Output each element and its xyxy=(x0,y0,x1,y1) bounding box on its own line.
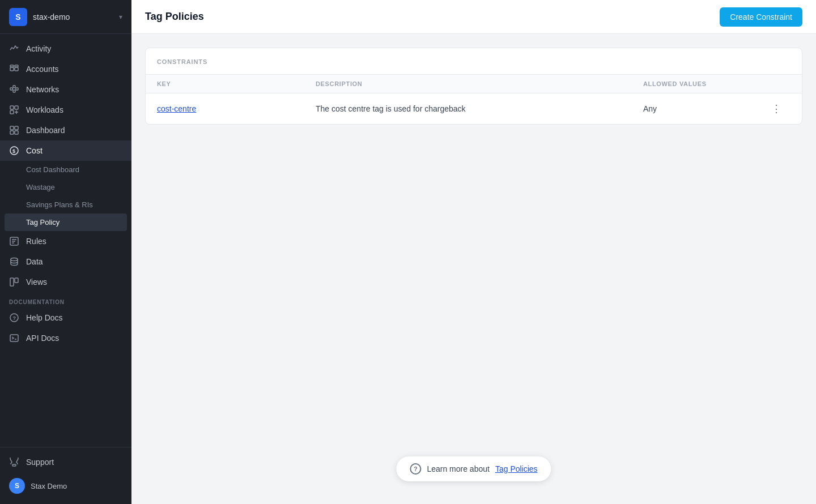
sidebar-sub-item-cost-dashboard[interactable]: Cost Dashboard xyxy=(0,161,131,178)
org-name: stax-demo xyxy=(33,12,119,22)
sidebar-item-rules-label: Rules xyxy=(26,237,46,246)
svg-rect-7 xyxy=(16,88,18,90)
sidebar-item-data-label: Data xyxy=(26,257,43,266)
sidebar-user[interactable]: S Stax Demo xyxy=(0,472,131,499)
sidebar-sub-item-tag-policy[interactable]: Tag Policy xyxy=(5,213,127,231)
sidebar-item-rules[interactable]: Rules xyxy=(0,231,131,251)
sidebar-item-dashboard[interactable]: Dashboard xyxy=(0,120,131,140)
savings-plans-label: Savings Plans & RIs xyxy=(26,200,93,209)
sidebar-item-workloads[interactable]: Workloads xyxy=(0,100,131,120)
networks-icon xyxy=(9,84,19,95)
sidebar-item-accounts[interactable]: Accounts xyxy=(0,59,131,79)
svg-rect-17 xyxy=(10,131,14,134)
svg-rect-4 xyxy=(10,88,12,90)
sidebar-item-workloads-label: Workloads xyxy=(26,105,63,114)
sidebar-item-views[interactable]: Views xyxy=(0,272,131,292)
documentation-section-label: DOCUMENTATION xyxy=(0,292,131,307)
sidebar-nav: Activity Accounts xyxy=(0,34,131,447)
svg-rect-0 xyxy=(10,67,14,71)
col-header-allowed-values: ALLOWED VALUES xyxy=(643,80,768,87)
data-icon xyxy=(9,257,19,267)
org-chevron-icon: ▾ xyxy=(119,13,122,21)
cost-icon: $ xyxy=(9,146,19,156)
sidebar-item-views-label: Views xyxy=(26,277,47,287)
svg-rect-26 xyxy=(10,278,14,286)
svg-rect-10 xyxy=(10,106,14,109)
support-label: Support xyxy=(26,458,54,467)
sidebar-item-networks-label: Networks xyxy=(26,85,59,94)
sidebar-item-activity[interactable]: Activity xyxy=(0,39,131,59)
svg-rect-15 xyxy=(10,126,14,130)
content-area: CONSTRAINTS KEY DESCRIPTION ALLOWED VALU… xyxy=(131,34,816,504)
topbar: Tag Policies Create Constraint xyxy=(131,0,816,34)
sidebar-org-header[interactable]: S stax-demo ▾ xyxy=(0,0,131,34)
views-icon xyxy=(9,277,19,287)
table-cell-allowed-values: Any xyxy=(643,104,768,113)
sidebar-footer: Support S Stax Demo xyxy=(0,447,131,504)
svg-rect-16 xyxy=(15,126,18,130)
activity-icon xyxy=(9,44,19,54)
svg-rect-6 xyxy=(13,90,15,92)
rules-icon xyxy=(9,236,19,246)
main-content: Tag Policies Create Constraint CONSTRAIN… xyxy=(131,0,816,504)
svg-rect-1 xyxy=(15,67,18,71)
avatar: S xyxy=(9,478,25,494)
svg-rect-18 xyxy=(15,131,18,134)
learn-more-text: Learn more about xyxy=(427,464,490,473)
sidebar-item-dashboard-label: Dashboard xyxy=(26,126,65,135)
dashboard-icon xyxy=(9,125,19,135)
user-name: Stax Demo xyxy=(31,482,67,490)
svg-rect-27 xyxy=(15,278,18,283)
learn-more-banner: ? Learn more about Tag Policies xyxy=(396,456,551,481)
sidebar: S stax-demo ▾ Activity A xyxy=(0,0,131,504)
constraints-section-label: CONSTRAINTS xyxy=(157,58,207,65)
sidebar-item-accounts-label: Accounts xyxy=(26,65,59,74)
svg-rect-11 xyxy=(15,106,18,109)
api-docs-icon xyxy=(9,333,19,343)
wastage-label: Wastage xyxy=(26,183,55,191)
workloads-icon xyxy=(9,105,19,115)
sidebar-sub-item-savings-plans[interactable]: Savings Plans & RIs xyxy=(0,196,131,213)
help-circle-icon: ? xyxy=(410,463,421,475)
table-header: CONSTRAINTS xyxy=(146,48,802,75)
cost-dashboard-label: Cost Dashboard xyxy=(26,165,79,174)
svg-point-25 xyxy=(11,258,18,261)
svg-rect-12 xyxy=(10,110,14,114)
help-docs-label: Help Docs xyxy=(26,313,63,322)
sidebar-item-data[interactable]: Data xyxy=(0,251,131,272)
row-actions-button[interactable]: ⋮ xyxy=(768,101,785,116)
svg-rect-2 xyxy=(10,65,14,67)
create-constraint-button[interactable]: Create Constraint xyxy=(720,7,802,27)
table-row: cost-centre The cost centre tag is used … xyxy=(146,93,802,124)
help-docs-icon: ? xyxy=(9,313,19,323)
sidebar-item-networks[interactable]: Networks xyxy=(0,79,131,100)
svg-rect-32 xyxy=(12,464,16,466)
sidebar-item-support[interactable]: Support xyxy=(0,452,131,472)
svg-text:?: ? xyxy=(13,315,16,321)
api-docs-label: API Docs xyxy=(26,334,59,343)
svg-rect-5 xyxy=(13,86,15,88)
col-header-description: DESCRIPTION xyxy=(316,80,643,87)
sidebar-item-activity-label: Activity xyxy=(26,44,51,53)
tag-policies-link[interactable]: Tag Policies xyxy=(495,464,538,473)
table-cell-key: cost-centre xyxy=(157,104,316,113)
table-cell-description: The cost centre tag is used for chargeba… xyxy=(316,104,643,113)
sidebar-item-help-docs[interactable]: ? Help Docs xyxy=(0,307,131,328)
page-title: Tag Policies xyxy=(145,11,204,23)
key-link[interactable]: cost-centre xyxy=(157,104,196,113)
sidebar-sub-item-wastage[interactable]: Wastage xyxy=(0,178,131,196)
col-header-actions xyxy=(768,80,790,87)
constraints-table-card: CONSTRAINTS KEY DESCRIPTION ALLOWED VALU… xyxy=(145,48,802,125)
table-column-headers: KEY DESCRIPTION ALLOWED VALUES xyxy=(146,75,802,93)
sidebar-item-cost[interactable]: $ Cost xyxy=(0,140,131,161)
sidebar-item-cost-label: Cost xyxy=(26,146,42,155)
table-cell-actions: ⋮ xyxy=(768,101,790,116)
support-icon xyxy=(9,457,19,467)
sidebar-logo: S xyxy=(9,8,27,26)
sidebar-item-api-docs[interactable]: API Docs xyxy=(0,328,131,348)
tag-policy-label: Tag Policy xyxy=(26,218,60,227)
accounts-icon xyxy=(9,64,19,74)
col-header-key: KEY xyxy=(157,80,316,87)
svg-text:$: $ xyxy=(12,148,15,154)
svg-rect-3 xyxy=(15,65,18,67)
